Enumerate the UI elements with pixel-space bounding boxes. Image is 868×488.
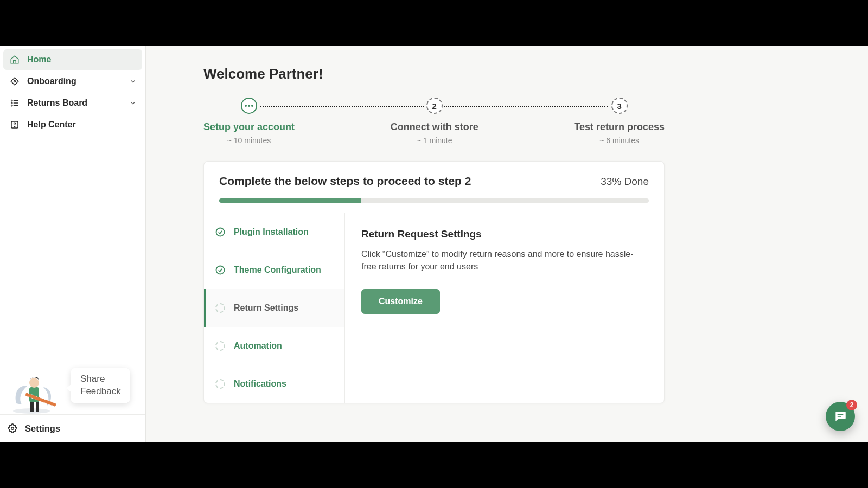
nav-label: Home <box>27 55 51 65</box>
sidebar-item-settings[interactable]: Settings <box>0 414 145 442</box>
nav-label: Help Center <box>27 120 76 130</box>
list-icon <box>9 97 21 109</box>
main-content: Welcome Partner! Setup your account ~ 10… <box>146 46 868 442</box>
step-time: ~ 10 minutes <box>227 136 271 145</box>
svg-rect-19 <box>838 414 844 415</box>
check-circle-icon <box>214 264 226 276</box>
detail-pane: Return Request Settings Click “Customize… <box>345 213 664 403</box>
step-time: ~ 1 minute <box>417 136 452 145</box>
stepper-step-1[interactable]: Setup your account ~ 10 minutes <box>203 98 295 145</box>
step-title: Setup your account <box>203 121 295 133</box>
progress-block: Complete the below steps to proceed to s… <box>204 162 664 213</box>
stepper-connector <box>260 106 424 107</box>
sidebar-item-onboarding[interactable]: Onboarding <box>3 71 142 92</box>
ellipsis-icon <box>245 105 253 107</box>
step-circle-pending: 3 <box>611 98 628 114</box>
app-frame: Home Onboarding Returns Board <box>0 46 868 442</box>
circle-dashed-icon <box>214 302 226 314</box>
task-list: Plugin Installation Theme Configuration … <box>204 213 345 403</box>
share-feedback[interactable]: Share Feedback <box>0 349 145 414</box>
sidebar-item-returns-board[interactable]: Returns Board <box>3 93 142 113</box>
setup-card: Complete the below steps to proceed to s… <box>203 161 665 403</box>
chat-button[interactable]: 2 <box>826 402 855 431</box>
task-label: Return Settings <box>234 303 298 313</box>
detail-description: Click “Customize” to modify return reaso… <box>361 248 643 273</box>
settings-label: Settings <box>25 423 60 434</box>
detail-title: Return Request Settings <box>361 228 648 240</box>
customize-button[interactable]: Customize <box>361 289 440 314</box>
task-label: Notifications <box>234 379 286 389</box>
check-circle-icon <box>214 226 226 238</box>
feedback-bubble: Share Feedback <box>71 368 130 403</box>
onboarding-stepper: Setup your account ~ 10 minutes 2 Connec… <box>203 98 665 145</box>
progress-title: Complete the below steps to proceed to s… <box>219 175 471 188</box>
svg-point-13 <box>29 378 39 388</box>
circle-dashed-icon <box>214 340 226 352</box>
circle-dashed-icon <box>214 378 226 390</box>
task-return-settings[interactable]: Return Settings <box>204 289 344 327</box>
stepper-step-3[interactable]: 3 Test return process ~ 6 minutes <box>574 98 665 145</box>
nav-list: Home Onboarding Returns Board <box>0 46 145 136</box>
sidebar: Home Onboarding Returns Board <box>0 46 146 442</box>
task-notifications[interactable]: Notifications <box>204 365 344 403</box>
page-title: Welcome Partner! <box>203 66 665 82</box>
svg-rect-11 <box>30 402 34 412</box>
stepper-connector <box>444 106 608 107</box>
tag-icon <box>9 75 21 87</box>
step-circle-active <box>241 98 257 114</box>
svg-point-18 <box>216 266 225 274</box>
step-title: Connect with store <box>391 121 478 133</box>
svg-point-6 <box>11 105 12 106</box>
progress-bar <box>219 198 649 203</box>
sidebar-item-home[interactable]: Home <box>3 49 142 70</box>
feedback-text-line2: Feedback <box>80 386 120 398</box>
step-title: Test return process <box>574 121 665 133</box>
person-illustration <box>11 355 60 414</box>
chevron-down-icon <box>129 78 137 85</box>
chat-icon <box>833 409 847 423</box>
svg-rect-20 <box>838 416 842 417</box>
sidebar-bottom: Share Feedback Settings <box>0 349 145 442</box>
svg-point-4 <box>11 100 12 101</box>
task-label: Automation <box>234 341 282 351</box>
svg-point-0 <box>14 81 16 82</box>
nav-label: Onboarding <box>27 76 76 86</box>
sidebar-item-help-center[interactable]: Help Center <box>3 114 142 135</box>
progress-percent: 33% Done <box>601 176 649 188</box>
step-time: ~ 6 minutes <box>599 136 639 145</box>
chat-badge: 2 <box>846 400 857 410</box>
step-circle-pending: 2 <box>426 98 443 114</box>
gear-icon <box>7 422 18 434</box>
stepper-step-2[interactable]: 2 Connect with store ~ 1 minute <box>391 98 478 145</box>
svg-point-17 <box>216 228 225 236</box>
svg-rect-12 <box>36 402 39 412</box>
help-icon <box>9 119 21 131</box>
progress-fill <box>219 198 361 203</box>
nav-label: Returns Board <box>27 98 87 108</box>
svg-point-16 <box>11 427 14 430</box>
task-automation[interactable]: Automation <box>204 327 344 365</box>
chevron-down-icon <box>129 99 137 107</box>
task-label: Plugin Installation <box>234 227 309 237</box>
feedback-text-line1: Share <box>80 373 120 386</box>
svg-point-8 <box>14 126 15 127</box>
task-theme-configuration[interactable]: Theme Configuration <box>204 251 344 289</box>
task-plugin-installation[interactable]: Plugin Installation <box>204 213 344 251</box>
task-label: Theme Configuration <box>234 265 321 275</box>
svg-point-5 <box>11 102 12 104</box>
home-icon <box>9 54 21 66</box>
